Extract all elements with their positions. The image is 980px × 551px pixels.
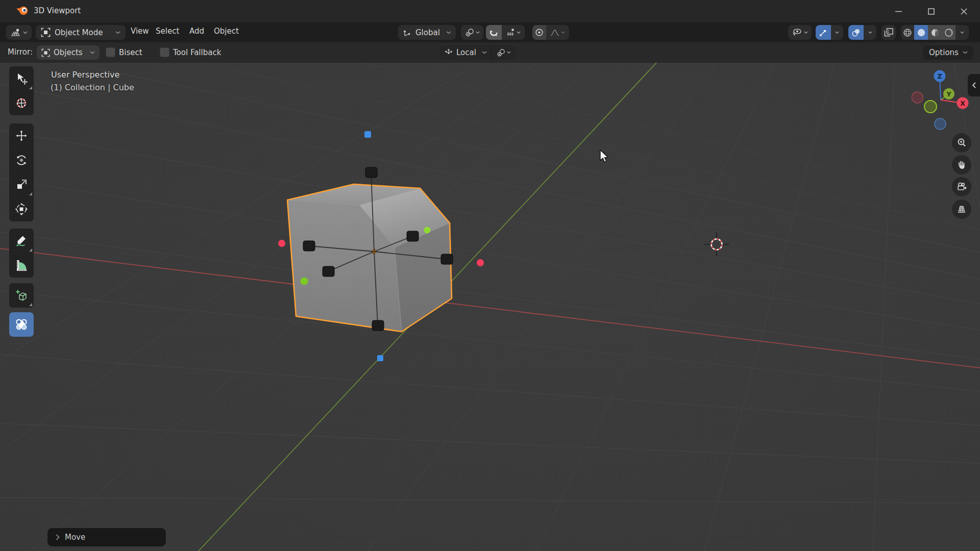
shading-material-button[interactable] bbox=[928, 25, 942, 40]
gizmos-icon bbox=[819, 28, 828, 37]
proportional-editing-toggle[interactable] bbox=[532, 25, 546, 40]
proportional-editing-icon bbox=[535, 28, 544, 37]
axis-x-positive-ball[interactable]: X bbox=[957, 97, 969, 109]
magnet-icon bbox=[489, 28, 499, 37]
chevron-down-icon bbox=[960, 31, 964, 34]
toolbar-group-annotate bbox=[9, 229, 34, 278]
tool-button-tweak-select[interactable] bbox=[9, 66, 34, 91]
tool-button-annotate[interactable] bbox=[9, 229, 34, 253]
gizmo-dropdown[interactable] bbox=[831, 25, 843, 40]
chevron-down-icon bbox=[561, 31, 565, 34]
overlays-dropdown[interactable] bbox=[864, 25, 876, 40]
shading-rendered-icon bbox=[944, 28, 953, 37]
operator-panel-move[interactable]: Move bbox=[47, 528, 166, 546]
shading-solid-button[interactable] bbox=[914, 25, 928, 40]
mirror-object-dropdown[interactable]: Objects bbox=[37, 45, 100, 60]
collection-context-label: (1) Collection | Cube bbox=[51, 83, 134, 92]
shading-solid-icon bbox=[917, 28, 926, 37]
mouse-cursor bbox=[600, 150, 608, 162]
tool-button-move[interactable] bbox=[9, 123, 34, 148]
menu-add[interactable]: Add bbox=[183, 23, 211, 39]
bisect-label: Bisect bbox=[119, 48, 142, 57]
svg-text:Z: Z bbox=[937, 72, 942, 80]
pan-button[interactable] bbox=[952, 155, 971, 174]
tool-button-rotate[interactable] bbox=[9, 148, 34, 172]
object-data-icon bbox=[41, 48, 50, 57]
tool-orientation-label: Local bbox=[456, 48, 476, 57]
tool-button-add-cube[interactable] bbox=[9, 283, 34, 308]
cube-object[interactable] bbox=[287, 184, 452, 332]
visibility-dropdown[interactable] bbox=[788, 25, 812, 40]
axis-z-negative-ball[interactable] bbox=[935, 118, 946, 130]
tool-button-mirror[interactable] bbox=[9, 312, 34, 337]
mirror-object-label: Objects bbox=[54, 48, 83, 57]
pivot-point-icon bbox=[497, 48, 505, 57]
perspective-toggle-button[interactable] bbox=[952, 199, 971, 219]
tool-button-measure[interactable] bbox=[9, 253, 34, 278]
chevron-down-icon bbox=[476, 31, 480, 34]
mirror-axis-z-positive-handle[interactable] bbox=[364, 131, 371, 138]
mirror-axis-x-negative-handle[interactable] bbox=[278, 240, 285, 247]
tool-pivot-dropdown[interactable] bbox=[492, 45, 516, 60]
chevron-down-icon bbox=[482, 51, 487, 54]
tool-orientation-dropdown[interactable]: Local bbox=[440, 45, 491, 60]
tool-fallback-label: Tool Fallback bbox=[173, 48, 221, 57]
tool-button-transform[interactable] bbox=[9, 197, 34, 221]
zoom-button[interactable] bbox=[952, 133, 971, 153]
snap-group bbox=[486, 25, 525, 40]
cursor-3d-marker bbox=[704, 232, 729, 257]
mirror-axis-y-negative-handle[interactable] bbox=[301, 278, 308, 285]
toggle-xray-button[interactable] bbox=[881, 25, 896, 40]
sidebar-collapse-tab[interactable] bbox=[968, 74, 980, 96]
menu-object[interactable]: Object bbox=[207, 23, 246, 39]
show-gizmo-toggle[interactable] bbox=[816, 25, 831, 40]
camera-view-button[interactable] bbox=[952, 177, 971, 196]
chevron-down-icon bbox=[963, 51, 968, 54]
window-title: 3D Viewport bbox=[34, 6, 81, 15]
shading-wireframe-button[interactable] bbox=[901, 25, 914, 40]
mode-dropdown[interactable]: Object Mode bbox=[36, 25, 126, 40]
tool-button-scale[interactable] bbox=[9, 172, 34, 197]
show-hide-icon bbox=[792, 28, 802, 37]
orientation-local-icon bbox=[444, 48, 453, 57]
mode-dropdown-label: Object Mode bbox=[55, 28, 103, 37]
shading-group bbox=[901, 25, 969, 40]
pivot-point-dropdown[interactable] bbox=[461, 25, 483, 40]
options-dropdown[interactable]: Options bbox=[923, 45, 973, 60]
shading-rendered-button[interactable] bbox=[942, 25, 955, 40]
snap-to-dropdown[interactable] bbox=[502, 25, 525, 40]
snap-toggle-button[interactable] bbox=[486, 25, 502, 40]
falloff-curve-icon bbox=[550, 29, 559, 36]
minimize-button[interactable] bbox=[882, 0, 915, 22]
viewport-3d[interactable]: User Perspective (1) Collection | Cube bbox=[0, 63, 980, 551]
shading-dropdown[interactable] bbox=[955, 25, 969, 40]
axis-x-negative-ball[interactable] bbox=[912, 92, 923, 103]
maximize-button[interactable] bbox=[915, 0, 947, 22]
tool-button-cursor-3d[interactable] bbox=[9, 91, 34, 115]
mirror-axis-y-positive-handle[interactable] bbox=[424, 227, 431, 234]
bisect-checkbox[interactable] bbox=[106, 47, 115, 57]
proportional-group bbox=[532, 25, 569, 40]
mirror-axis-z-negative-handle[interactable] bbox=[377, 355, 383, 361]
mirror-axis-x-positive-handle[interactable] bbox=[477, 259, 484, 266]
editor-type-button[interactable] bbox=[6, 25, 32, 40]
shading-wireframe-icon bbox=[903, 28, 912, 37]
menu-select[interactable]: Select bbox=[149, 23, 186, 39]
falloff-dropdown[interactable] bbox=[546, 25, 569, 40]
axis-y-negative-ball[interactable] bbox=[924, 101, 937, 113]
axis-z-positive-ball[interactable]: Z bbox=[934, 70, 946, 82]
show-overlays-toggle[interactable] bbox=[848, 25, 864, 40]
close-button[interactable] bbox=[947, 0, 980, 22]
chevron-down-icon bbox=[804, 31, 808, 34]
bisect-option[interactable]: Bisect bbox=[106, 47, 142, 57]
viewport-header: Object Mode View Select Add Object Globa… bbox=[0, 22, 980, 42]
navigation-gizmo[interactable]: Z Y X bbox=[912, 68, 971, 132]
gizmos-group bbox=[816, 25, 843, 40]
axis-y-positive-ball[interactable]: Y bbox=[943, 88, 954, 99]
tool-fallback-checkbox[interactable] bbox=[160, 47, 169, 57]
toolbar-group-add bbox=[9, 283, 34, 308]
tool-fallback-option[interactable]: Tool Fallback bbox=[160, 47, 221, 57]
transform-orientation-dropdown[interactable]: Global bbox=[398, 25, 456, 40]
title-bar[interactable]: 3D Viewport bbox=[0, 0, 980, 22]
viewport-canvas[interactable] bbox=[0, 63, 980, 551]
